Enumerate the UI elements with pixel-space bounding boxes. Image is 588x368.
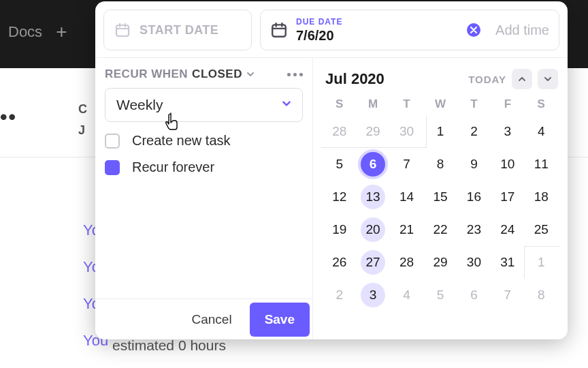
calendar-day[interactable]: 15 (423, 181, 457, 213)
next-month-button[interactable] (538, 69, 558, 89)
calendar-nav: TODAY (468, 69, 558, 89)
calendar-day[interactable]: 8 (525, 279, 558, 311)
calendar-day[interactable]: 29 (423, 246, 457, 279)
calendar-day[interactable]: 19 (323, 213, 356, 246)
calendar-day[interactable]: 27 (356, 246, 389, 279)
calendar-day[interactable]: 2 (457, 115, 491, 148)
calendar-month-label: Jul 2020 (325, 70, 385, 88)
calendar-day[interactable]: 22 (423, 213, 457, 246)
calendar-day[interactable]: 1 (423, 115, 457, 148)
prev-month-button[interactable] (512, 69, 532, 89)
calendar-day[interactable]: 28 (390, 246, 423, 279)
more-options-icon[interactable] (287, 73, 303, 76)
calendar-day[interactable]: 29 (356, 115, 389, 148)
calendar-day[interactable]: 25 (525, 213, 558, 246)
calendar-day[interactable]: 24 (491, 213, 524, 246)
date-row: START DATE DUE DATE 7/6/20 Add time (95, 1, 568, 57)
frequency-value: Weekly (116, 97, 163, 113)
bg-footline: estimated 0 hours (112, 337, 226, 354)
frequency-select[interactable]: Weekly (105, 88, 303, 122)
clear-due-date-icon[interactable] (467, 23, 480, 37)
calendar-day[interactable]: 2 (323, 279, 356, 311)
calendar-day[interactable]: 8 (423, 148, 457, 181)
dow: T (390, 97, 423, 111)
calendar-day[interactable]: 10 (491, 148, 524, 181)
calendar-week-row: 2627282930311 (323, 246, 558, 279)
chevron-down-icon (246, 70, 255, 78)
calendar-day[interactable]: 26 (323, 246, 356, 279)
chevron-up-icon (518, 75, 526, 83)
plus-icon[interactable]: + (56, 21, 67, 43)
calendar-day[interactable]: 28 (323, 115, 356, 148)
due-date-stack: DUE DATE 7/6/20 (296, 17, 459, 44)
start-date-field[interactable]: START DATE (103, 10, 252, 50)
calendar-day[interactable]: 30 (390, 115, 423, 148)
option-recur-forever[interactable]: Recur forever (105, 159, 303, 175)
recurrence-options: Create new task Recur forever (95, 122, 312, 175)
calendar-day[interactable]: 21 (390, 213, 423, 246)
calendar-week-row: 12131415161718 (323, 181, 558, 213)
recur-when-dropdown[interactable]: RECUR WHEN CLOSED (105, 67, 255, 81)
modal-footer: Cancel Save (95, 298, 312, 339)
calendar-day[interactable]: 3 (491, 115, 524, 148)
svg-rect-1 (272, 25, 286, 36)
due-date-field[interactable]: DUE DATE 7/6/20 Add time (260, 10, 559, 50)
recurrence-pane: RECUR WHEN CLOSED Weekly Create new task (95, 58, 313, 339)
recur-when-value: CLOSED (192, 67, 242, 81)
checkbox-icon[interactable] (105, 134, 120, 149)
calendar-day[interactable]: 16 (457, 181, 491, 213)
calendar-day[interactable]: 9 (457, 148, 491, 181)
calendar-dow-row: S M T W T F S (323, 97, 558, 111)
chevron-down-icon (544, 75, 552, 83)
date-recurrence-modal: START DATE DUE DATE 7/6/20 Add time RECU… (95, 1, 568, 339)
calendar-header: Jul 2020 TODAY (323, 65, 558, 97)
calendar-day[interactable]: 14 (390, 181, 423, 213)
calendar-day[interactable]: 18 (525, 181, 558, 213)
calendar-day[interactable]: 20 (356, 213, 389, 246)
dow: M (356, 97, 389, 111)
calendar-week-row: 567891011 (323, 148, 558, 181)
today-button[interactable]: TODAY (468, 74, 506, 85)
calendar-day[interactable]: 30 (457, 246, 491, 279)
svg-rect-0 (116, 25, 129, 36)
dow: S (323, 97, 356, 111)
calendar-grid: 2829301234567891011121314151617181920212… (323, 115, 558, 311)
calendar-day[interactable]: 23 (457, 213, 491, 246)
calendar-day[interactable]: 7 (491, 279, 524, 311)
calendar-day[interactable]: 4 (525, 115, 558, 148)
calendar-day[interactable]: 5 (423, 279, 457, 311)
dow: T (457, 97, 491, 111)
due-date-label: DUE DATE (296, 17, 459, 27)
calendar-day[interactable]: 12 (323, 181, 356, 213)
calendar-day[interactable]: 5 (323, 148, 356, 181)
option-label: Recur forever (132, 159, 214, 175)
calendar-day[interactable]: 13 (356, 181, 389, 213)
calendar-day[interactable]: 31 (491, 246, 524, 279)
option-label: Create new task (132, 133, 231, 149)
calendar-pane: Jul 2020 TODAY S M T W T F S (313, 58, 568, 339)
cancel-button[interactable]: Cancel (179, 305, 244, 334)
calendar-icon (270, 21, 288, 39)
calendar-day[interactable]: 4 (390, 279, 423, 311)
docs-tab[interactable]: Docs + (0, 17, 75, 47)
calendar-day[interactable]: 1 (525, 246, 558, 279)
due-date-value: 7/6/20 (296, 28, 459, 44)
calendar-day[interactable]: 7 (390, 148, 423, 181)
calendar-day[interactable]: 11 (525, 148, 558, 181)
calendar-day[interactable]: 17 (491, 181, 524, 213)
recur-when-label: RECUR WHEN (105, 67, 188, 81)
bg-ellipsis[interactable]: •• (0, 106, 24, 129)
save-button[interactable]: Save (250, 303, 310, 337)
start-date-placeholder: START DATE (140, 23, 218, 37)
modal-body: RECUR WHEN CLOSED Weekly Create new task (95, 57, 568, 339)
checkbox-checked-icon[interactable] (105, 160, 120, 175)
calendar-day[interactable]: 6 (457, 279, 491, 311)
calendar-day[interactable]: 3 (356, 279, 389, 311)
add-time-button[interactable]: Add time (495, 22, 549, 38)
dow: F (491, 97, 524, 111)
calendar-week-row: 2829301234 (323, 115, 558, 148)
option-create-new-task[interactable]: Create new task (105, 133, 303, 149)
calendar-day[interactable]: 6 (356, 148, 389, 181)
calendar-week-row: 2345678 (323, 279, 558, 311)
chevron-down-icon (282, 99, 291, 111)
